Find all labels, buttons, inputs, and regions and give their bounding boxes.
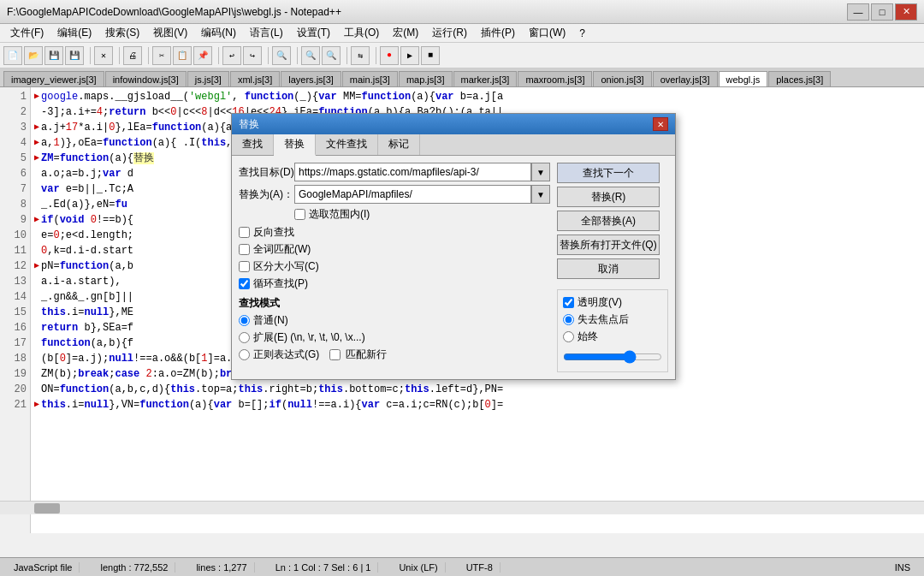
- find-dropdown[interactable]: ▼: [531, 163, 550, 181]
- trans-always-radio[interactable]: [563, 331, 574, 342]
- dialog-tab-file-find[interactable]: 文件查找: [316, 134, 378, 155]
- dialog-tab-mark[interactable]: 标记: [378, 134, 420, 155]
- play-button[interactable]: ▶: [400, 46, 419, 65]
- line-num-1: 1: [0, 89, 30, 104]
- bookmark-12[interactable]: ▶: [34, 258, 39, 274]
- menu-language[interactable]: 语言(L): [243, 24, 290, 42]
- replace-input[interactable]: [294, 185, 531, 204]
- tab-imagery-viewer[interactable]: imagery_viewer.js[3]: [3, 71, 104, 86]
- menu-search[interactable]: 搜索(S): [98, 24, 146, 42]
- menu-tools[interactable]: 工具(O): [337, 24, 386, 42]
- line-num-19: 19: [0, 366, 30, 382]
- tab-overlay[interactable]: overlay.js[3]: [653, 71, 718, 86]
- cancel-button[interactable]: 取消: [557, 258, 660, 279]
- menu-edit[interactable]: 编辑(E): [50, 24, 98, 42]
- find-label: 查找目标(D)：: [239, 165, 294, 180]
- transparency-checkbox[interactable]: [563, 297, 574, 308]
- menu-run[interactable]: 运行(R): [425, 24, 474, 42]
- new-button[interactable]: 📄: [3, 46, 22, 65]
- maximize-button[interactable]: □: [871, 3, 893, 21]
- code-line-21: ▶ this.i=null},VN=function(a){var b=[];i…: [34, 397, 921, 413]
- length-status: length : 772,552: [93, 562, 175, 573]
- replace-button[interactable]: 替换(R): [557, 187, 660, 207]
- open-button[interactable]: 📂: [24, 46, 43, 65]
- tab-maxroom[interactable]: maxroom.js[3]: [518, 71, 592, 86]
- scrollbar-thumb[interactable]: [34, 503, 60, 514]
- mode-extended-radio[interactable]: [239, 332, 250, 343]
- menu-help[interactable]: ?: [572, 26, 592, 41]
- paste-button[interactable]: 📌: [193, 46, 212, 65]
- trans-on-lose-row: 失去焦点后: [563, 312, 662, 327]
- whole-word-row: 全词匹配(W): [239, 242, 550, 257]
- select-range-checkbox[interactable]: [294, 209, 305, 220]
- tab-xml[interactable]: xml.js[3]: [230, 71, 280, 86]
- menu-macro[interactable]: 宏(M): [386, 24, 425, 42]
- zoom-in-button[interactable]: 🔍: [301, 46, 320, 65]
- dialog-tab-replace[interactable]: 替换: [274, 134, 316, 156]
- match-newline-checkbox[interactable]: [329, 349, 341, 360]
- tab-js[interactable]: js.js[3]: [187, 71, 229, 86]
- close-button[interactable]: ✕: [895, 3, 917, 21]
- redo-button[interactable]: ↪: [243, 46, 262, 65]
- menu-encode[interactable]: 编码(N): [194, 24, 243, 42]
- line-num-21: 21: [0, 397, 30, 413]
- replace-all-open-button[interactable]: 替换所有打开文件(Q): [557, 235, 660, 255]
- stop-button[interactable]: ■: [421, 46, 440, 65]
- transparency-slider[interactable]: [563, 350, 662, 364]
- bookmark-5[interactable]: ▶: [34, 151, 39, 166]
- bookmark-3[interactable]: ▶: [34, 120, 39, 135]
- bookmark-21[interactable]: ▶: [34, 397, 39, 413]
- minimize-button[interactable]: —: [847, 3, 869, 21]
- replace-row: 替换为(A)： ▼: [239, 185, 550, 204]
- menu-plugins[interactable]: 插件(P): [474, 24, 522, 42]
- line-num-15: 15: [0, 305, 30, 320]
- whole-word-checkbox[interactable]: [239, 244, 250, 255]
- tab-infowindow[interactable]: infowindow.js[3]: [105, 71, 187, 86]
- zoom-out-button[interactable]: 🔍: [322, 46, 341, 65]
- dialog-titlebar: 替换 ✕: [232, 114, 675, 134]
- menu-view[interactable]: 视图(V): [146, 24, 194, 42]
- find-button[interactable]: 🔍: [272, 46, 291, 65]
- trans-on-lose-radio[interactable]: [563, 314, 574, 325]
- bookmark-9[interactable]: ▶: [34, 212, 39, 228]
- mode-normal-radio[interactable]: [239, 315, 250, 326]
- ins-mode: INS: [888, 562, 917, 573]
- bookmark-1[interactable]: ▶: [34, 89, 39, 104]
- line-num-13: 13: [0, 274, 30, 289]
- dialog-tab-find[interactable]: 查找: [232, 134, 274, 155]
- undo-button[interactable]: ↩: [222, 46, 241, 65]
- wrap-around-checkbox[interactable]: [239, 278, 250, 289]
- save-button[interactable]: 💾: [44, 46, 63, 65]
- bookmark-4[interactable]: ▶: [34, 135, 39, 151]
- find-next-button[interactable]: 查找下一个: [557, 163, 660, 183]
- menu-window[interactable]: 窗口(W): [522, 24, 572, 42]
- record-button[interactable]: ●: [380, 46, 399, 65]
- replace-dropdown[interactable]: ▼: [531, 185, 550, 204]
- case-sensitive-checkbox[interactable]: [239, 261, 250, 272]
- sync-scroll-button[interactable]: ⇆: [351, 46, 370, 65]
- menu-file[interactable]: 文件(F): [3, 24, 50, 42]
- tab-marker[interactable]: marker.js[3]: [453, 71, 518, 86]
- saveall-button[interactable]: 💾: [65, 46, 84, 65]
- find-input[interactable]: [294, 163, 531, 181]
- close-button-tb[interactable]: ✕: [94, 46, 113, 65]
- tab-onion[interactable]: onion.js[3]: [593, 71, 651, 86]
- mode-regex-radio[interactable]: [239, 349, 250, 360]
- menu-settings[interactable]: 设置(T): [290, 24, 337, 42]
- horizontal-scrollbar[interactable]: [0, 501, 924, 514]
- title-text: F:\GoogleMapAPICodeDownload\GoogleMapAPI…: [7, 6, 341, 18]
- replace-all-button[interactable]: 全部替换(A): [557, 211, 660, 231]
- line-num-9: 9: [0, 212, 30, 228]
- dialog-close-button[interactable]: ✕: [653, 117, 668, 131]
- dialog-right-panel: 查找下一个 替换(R) 全部替换(A) 替换所有打开文件(Q) 取消 透明度(V…: [557, 163, 668, 372]
- transparency-checkbox-row: 透明度(V): [563, 295, 662, 310]
- tab-map[interactable]: map.js[3]: [399, 71, 453, 86]
- tab-layers[interactable]: layers.js[3]: [281, 71, 341, 86]
- cut-button[interactable]: ✂: [152, 46, 171, 65]
- tab-places[interactable]: places.js[3]: [768, 71, 831, 86]
- tab-webgl[interactable]: webgl.js: [719, 71, 768, 86]
- copy-button[interactable]: 📋: [173, 46, 192, 65]
- tab-main[interactable]: main.js[3]: [342, 71, 398, 86]
- print-button[interactable]: 🖨: [123, 46, 142, 65]
- reverse-find-checkbox[interactable]: [239, 227, 250, 238]
